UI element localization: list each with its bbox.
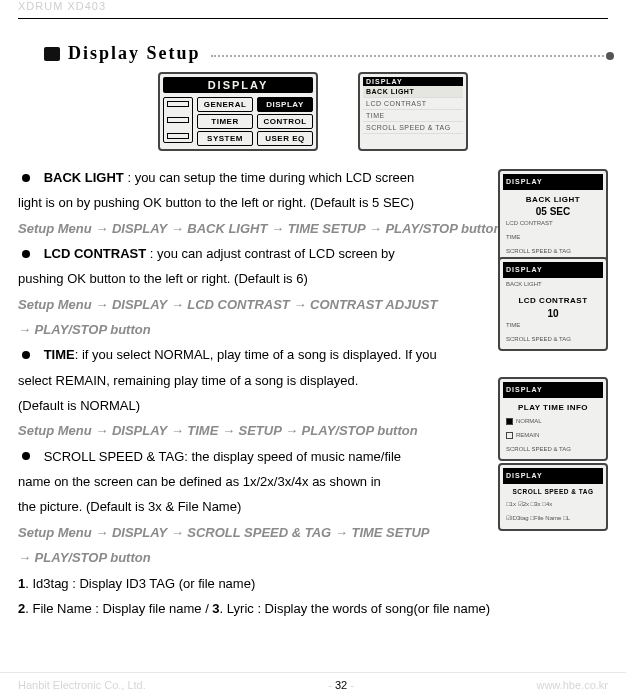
lcd-row: TIME	[503, 319, 603, 333]
lcd-small-header: DISPLAY	[363, 77, 463, 86]
menu-cell: SYSTEM	[197, 131, 253, 146]
lcd-main-menu: GENERAL DISPLAY TIMER CONTROL SYSTEM USE…	[197, 97, 313, 146]
lcd-row: SCROLL SPEED & TAG	[363, 122, 463, 134]
page-number: - 32 -	[328, 679, 354, 691]
lcd-main-title: DISPLAY	[163, 77, 313, 93]
bullet-icon	[22, 250, 30, 258]
lcd-row: BACK LIGHT	[363, 86, 463, 98]
lcd-row: BACK LIGHT	[503, 278, 603, 292]
section-title: Display Setup	[68, 43, 201, 64]
lcd-small-header: DISPLAY	[503, 174, 603, 190]
lcd-option: NORMAL	[503, 415, 603, 429]
lcd-main-left-icon	[163, 97, 193, 143]
menu-cell-selected: DISPLAY	[257, 97, 313, 112]
term-time: TIME	[44, 347, 75, 362]
lcd-small-header: DISPLAY	[503, 262, 603, 278]
lcd-big-line: SCROLL SPEED & TAG	[503, 484, 603, 499]
monitor-icon	[44, 47, 60, 61]
footer-url: www.hbe.co.kr	[536, 679, 608, 691]
lcd-option: REMAIN	[503, 429, 603, 443]
lcd-option-row: □1x ☑2x □3x □4x	[503, 498, 603, 512]
lcd-big-value: 05 SEC	[503, 207, 603, 217]
bullet-icon	[22, 452, 30, 460]
term-scroll: SCROLL SPEED & TAG: the display speed of…	[44, 449, 401, 464]
lcd-small-header: DISPLAY	[503, 382, 603, 398]
menu-cell: GENERAL	[197, 97, 253, 112]
menu-cell: TIMER	[197, 114, 253, 129]
lcd-big-line: LCD CONTRAST	[503, 291, 603, 309]
lcd-row: SCROLL SPEED & TAG	[503, 333, 603, 347]
lcd-row: LCD CONTRAST	[503, 217, 603, 231]
lcd-row: SCROLL SPEED & TAG	[503, 443, 603, 457]
top-divider	[18, 18, 608, 19]
lcd-scroll-figure: DISPLAY SCROLL SPEED & TAG □1x ☑2x □3x □…	[498, 463, 608, 531]
lcd-big-line: PLAY TIME INFO	[503, 398, 603, 416]
lcd-row: TIME	[363, 110, 463, 122]
menu-path: → PLAY/STOP button	[18, 545, 608, 570]
menu-cell: USER EQ	[257, 131, 313, 146]
dotted-line	[211, 55, 608, 57]
lcd-main-figure: DISPLAY GENERAL DISPLAY TIMER CONTROL SY…	[158, 72, 318, 151]
bullet-icon	[22, 174, 30, 182]
footer-company: Hanbit Electronic Co., Ltd.	[18, 679, 146, 691]
product-model: XDRUM XD403	[18, 0, 608, 18]
figure-row: DISPLAY GENERAL DISPLAY TIMER CONTROL SY…	[18, 72, 608, 151]
lcd-option-row: ☑ID3tag □File Name □L	[503, 512, 603, 526]
lcd-list-figure: DISPLAY BACK LIGHT LCD CONTRAST TIME SCR…	[358, 72, 468, 151]
body-text: DISPLAY BACK LIGHT 05 SEC LCD CONTRAST T…	[18, 165, 608, 621]
numbered-line: 2. File Name : Display file name / 3. Ly…	[18, 596, 608, 621]
lcd-row: LCD CONTRAST	[363, 98, 463, 110]
section-header: Display Setup	[44, 43, 608, 64]
lcd-time-figure: DISPLAY PLAY TIME INFO NORMAL REMAIN SCR…	[498, 377, 608, 461]
lcd-small-header: DISPLAY	[503, 468, 603, 484]
menu-cell: CONTROL	[257, 114, 313, 129]
term-contrast: LCD CONTRAST	[44, 246, 147, 261]
lcd-contrast-figure: DISPLAY BACK LIGHT LCD CONTRAST 10 TIME …	[498, 257, 608, 351]
lcd-row: TIME	[503, 231, 603, 245]
bullet-icon	[22, 351, 30, 359]
term-backlight: BACK LIGHT	[44, 170, 124, 185]
numbered-line: 1. Id3tag : Display ID3 TAG (or file nam…	[18, 571, 608, 596]
page-footer: Hanbit Electronic Co., Ltd. - 32 - www.h…	[0, 672, 626, 691]
lcd-big-line: BACK LIGHT	[503, 190, 603, 208]
lcd-backlight-figure: DISPLAY BACK LIGHT 05 SEC LCD CONTRAST T…	[498, 169, 608, 263]
lcd-big-value: 10	[503, 309, 603, 319]
